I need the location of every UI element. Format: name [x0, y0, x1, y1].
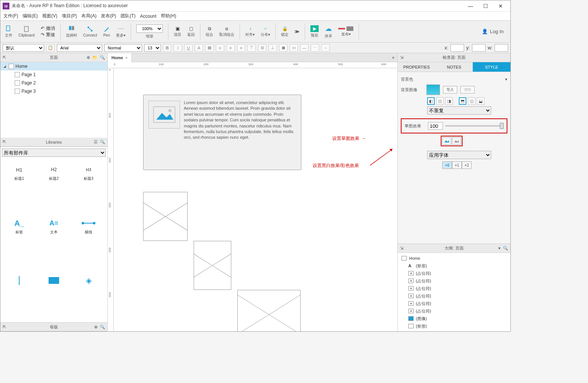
outline-img[interactable]: (图像) [398, 315, 510, 322]
repeat-select[interactable]: 不重复 [427, 106, 491, 115]
clear-button[interactable]: 清除 [460, 86, 475, 93]
line-color-button[interactable]: ▭ [290, 44, 298, 52]
menu-edit[interactable]: 编辑(E) [23, 13, 38, 19]
tool-more[interactable]: ⋯ 更多▾ [114, 22, 128, 41]
menu-publish[interactable]: 发布(P) [101, 13, 116, 19]
w-input[interactable] [495, 44, 508, 52]
tool-connect[interactable]: Connect [81, 22, 99, 41]
shape-placeholder[interactable] [194, 241, 231, 290]
italic-button[interactable]: I [174, 44, 182, 52]
sketch-slider[interactable] [445, 125, 504, 127]
style-select[interactable]: 默认 [3, 44, 44, 52]
menu-team[interactable]: 团队(T) [121, 13, 135, 19]
font-color-button[interactable]: A [195, 44, 203, 52]
sketch-value-input[interactable] [428, 122, 443, 130]
tool-share[interactable]: ☁共享 [322, 22, 334, 41]
widget-title1[interactable]: H1标题1 [3, 161, 36, 185]
undo-icon[interactable]: ↶ [41, 26, 44, 31]
line-style-button[interactable]: ⋯ [311, 44, 319, 52]
widget-hline[interactable]: 横线 [72, 214, 105, 239]
lib-menu-icon[interactable]: ☰ [94, 139, 98, 144]
filter-icon[interactable]: ▾ [498, 246, 501, 251]
arrow-button[interactable]: → [321, 44, 330, 52]
tool-ungroup[interactable]: ⧈取消组合 [217, 22, 237, 41]
outline-ph[interactable]: ✕(占位符) [398, 270, 510, 277]
collapse-icon[interactable]: ⇱ [3, 139, 6, 144]
add-page-icon[interactable]: ⊕ [87, 55, 90, 60]
collapse-icon[interactable]: ⇲ [400, 246, 403, 251]
close-tab-icon[interactable]: × [125, 55, 128, 60]
weight-select[interactable]: Normal [104, 44, 142, 52]
style-manager-button[interactable]: 📋 [46, 44, 55, 52]
align-left-button[interactable]: ≡ [216, 44, 224, 52]
tool-align[interactable]: ⫞对齐▾ [243, 22, 257, 41]
outline-rect2[interactable]: (矩形) [398, 322, 510, 330]
y-input[interactable] [472, 44, 486, 52]
widget-label[interactable]: A_标签 [3, 214, 36, 239]
align-left-icon[interactable]: ◧ [427, 97, 435, 105]
shape-placeholder[interactable] [237, 290, 301, 331]
page-1[interactable]: Page 1 [0, 70, 107, 79]
tool-distribute[interactable]: ⫟分布▾ [258, 22, 272, 41]
tool-zoom[interactable]: 100% 缩放 [134, 22, 165, 41]
outline-ph[interactable]: ✕(占位符) [398, 292, 510, 300]
valign-mid-button[interactable]: ⊟ [258, 44, 266, 52]
outline-rect[interactable]: A(矩形) [398, 262, 510, 270]
search-icon[interactable]: 🔍 [100, 139, 105, 144]
fill-button[interactable]: ◼ [279, 44, 287, 52]
align-center-button[interactable]: ≡ [226, 44, 235, 52]
widget-text[interactable]: A≡文本 [37, 214, 70, 239]
search-icon[interactable]: 🔍 [503, 246, 508, 251]
apply-font-select[interactable]: 应用字体 [427, 151, 491, 159]
align-right-icon[interactable]: ◨ [445, 97, 453, 105]
tab-home[interactable]: Home× [108, 53, 132, 62]
collapse-icon[interactable]: ⇱ [3, 325, 6, 329]
tab-style[interactable]: STYLE [473, 62, 510, 72]
tool-preview[interactable]: ▶预览 [308, 22, 321, 41]
step-0[interactable]: +0 [442, 161, 452, 169]
menu-account[interactable]: Account [140, 14, 156, 19]
bg-color-picker[interactable]: ▾ [505, 77, 507, 82]
zoom-select[interactable]: 100% [136, 25, 163, 33]
bg-image-thumb[interactable] [426, 84, 440, 95]
font-select[interactable]: Arial [57, 44, 102, 52]
valign-bot-button[interactable]: ⊥ [269, 44, 277, 52]
tool-lock[interactable]: 🔒锁定 [279, 22, 291, 41]
close-button[interactable]: ✕ [493, 1, 508, 11]
bold-button[interactable]: B [163, 44, 171, 52]
outline-ph[interactable]: ✕(占位符) [398, 285, 510, 292]
align-right-button[interactable]: ≡ [237, 44, 245, 52]
add-folder-icon[interactable]: 📁 [92, 55, 98, 60]
outline-ph[interactable]: ✕(占位符) [398, 307, 510, 315]
step-1[interactable]: +1 [452, 161, 462, 169]
library-select[interactable]: 所有部件库 [2, 149, 106, 157]
page-home[interactable]: ◢Home [0, 62, 107, 70]
collapse-icon[interactable]: ⇲ [400, 55, 403, 60]
valign-top-button[interactable]: ⊤ [247, 44, 256, 52]
minimize-button[interactable]: — [463, 1, 478, 11]
add-master-icon[interactable]: ⊕ [94, 325, 98, 329]
shape-text[interactable]: Lorem ipsum dolor sit amet, consectetur … [184, 100, 297, 141]
x-input[interactable] [451, 44, 464, 52]
align-mid-icon[interactable]: ◫ [468, 97, 475, 105]
redo-label[interactable]: 重做 [46, 32, 55, 38]
size-select[interactable]: 13 [144, 44, 161, 52]
widget-title2[interactable]: H2标题2 [37, 161, 70, 185]
tab-notes[interactable]: NOTES [435, 62, 473, 72]
underline-button[interactable]: U [184, 44, 192, 52]
menu-view[interactable]: 视图(V) [42, 13, 57, 19]
menu-arrange[interactable]: 布局(A) [81, 13, 96, 19]
login-button[interactable]: 👤Log In [482, 29, 508, 34]
undo-label[interactable]: 撤消 [46, 25, 55, 32]
page-3[interactable]: Page 3 [0, 87, 107, 95]
bw-effect-button[interactable] [452, 137, 461, 145]
tool-file[interactable]: 文件 [3, 22, 15, 41]
tool-back[interactable]: ▢返回 [185, 22, 197, 41]
step-2[interactable]: +2 [462, 161, 472, 169]
widget-hotspot[interactable] [37, 268, 70, 293]
tab-properties[interactable]: PROPERTIES [398, 62, 435, 72]
redo-icon[interactable]: ↷ [41, 32, 44, 37]
align-center-icon[interactable]: ◫ [436, 97, 444, 105]
widget-vline[interactable] [3, 268, 36, 293]
align-bot-icon[interactable]: ⬓ [477, 97, 484, 105]
